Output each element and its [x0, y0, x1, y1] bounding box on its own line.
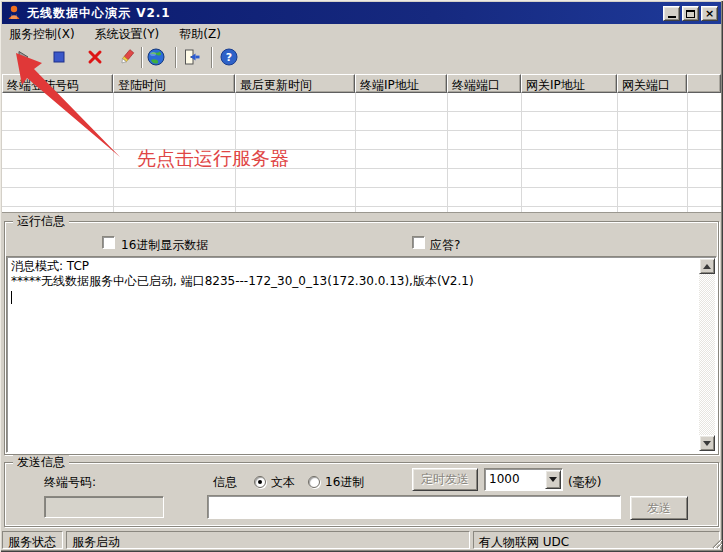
clear-button[interactable] [115, 45, 139, 69]
disconnect-button[interactable] [83, 45, 107, 69]
status-panel-service-started: 服务启动 [66, 531, 470, 549]
network-button[interactable] [144, 45, 168, 69]
send-button[interactable]: 发送 [630, 496, 688, 520]
terminal-number-label: 终端号码: [44, 474, 96, 491]
run-info-label: 运行信息 [13, 214, 69, 228]
menu-system-settings[interactable]: 系统设置(Y) [88, 25, 167, 44]
toolbar: ? [2, 43, 721, 73]
radio-hex-label: 16进制 [325, 474, 364, 491]
stop-server-button[interactable] [47, 45, 71, 69]
table-gridline [2, 111, 721, 112]
col-last-update-time[interactable]: 最后更新时间 [235, 74, 355, 93]
message-input[interactable] [207, 495, 621, 519]
table-header-row: 终端登陆号码 登陆时间 最后更新时间 终端IP地址 终端端口 网关IP地址 网关… [2, 74, 721, 93]
interval-unit-label: (毫秒) [568, 474, 601, 491]
globe-icon [147, 48, 165, 66]
col-terminal-port[interactable]: 终端端口 [447, 74, 521, 93]
col-filler [687, 74, 721, 93]
reply-checkbox[interactable] [412, 236, 425, 249]
exit-door-icon [183, 48, 201, 66]
arrow-up-icon [703, 264, 711, 269]
log-line: 消息模式: TCP [11, 259, 694, 274]
arrow-down-icon [703, 441, 711, 446]
send-info-label: 发送信息 [13, 455, 69, 469]
table-gridline [2, 168, 721, 169]
timed-send-button[interactable]: 定时发送 [412, 468, 478, 491]
toolbar-separator [211, 47, 213, 68]
combobox-dropdown-button[interactable] [545, 470, 561, 489]
resize-grip[interactable] [709, 536, 722, 549]
radio-text-label: 文本 [271, 474, 295, 491]
terminal-number-input[interactable] [44, 496, 164, 518]
toolbar-separator [175, 47, 177, 68]
maximize-button[interactable] [682, 6, 699, 21]
chevron-down-icon [549, 477, 557, 482]
play-icon [14, 48, 32, 66]
stop-icon [50, 48, 68, 66]
red-x-icon [86, 48, 104, 66]
col-terminal-ip[interactable]: 终端IP地址 [355, 74, 447, 93]
status-panel-service-state: 服务状态 [2, 531, 63, 549]
table-gridline [2, 187, 721, 188]
hex-display-label: 16进制显示数据 [121, 237, 208, 254]
log-scrollbar[interactable] [699, 258, 715, 451]
radio-text-format[interactable] [254, 476, 266, 488]
log-textarea[interactable]: 消息模式: TCP *****无线数据服务中心已启动, 端口8235---172… [6, 256, 717, 453]
window-title: 无线数据中心演示 V2.1 [27, 5, 171, 22]
table-body[interactable] [2, 93, 721, 213]
radio-selected-dot [258, 480, 262, 484]
reply-label: 应答? [430, 237, 460, 254]
help-button[interactable]: ? [217, 45, 241, 69]
menu-service-control[interactable]: 服务控制(X) [2, 25, 82, 44]
minimize-button[interactable] [663, 6, 680, 21]
exit-button[interactable] [180, 45, 204, 69]
menu-bar: 服务控制(X) 系统设置(Y) 帮助(Z) [2, 25, 721, 43]
pencil-eraser-icon [118, 48, 136, 66]
col-gateway-ip[interactable]: 网关IP地址 [521, 74, 617, 93]
run-server-button[interactable] [11, 45, 35, 69]
help-question-icon: ? [220, 48, 238, 66]
close-button[interactable]: × [701, 6, 718, 21]
minimize-icon [668, 16, 676, 18]
text-cursor [11, 291, 12, 304]
close-icon: × [705, 8, 714, 19]
radio-hex-format[interactable] [308, 476, 320, 488]
col-gateway-port[interactable]: 网关端口 [617, 74, 687, 93]
toolbar-separator [141, 47, 143, 68]
table-gridline [2, 130, 721, 131]
app-window: 无线数据中心演示 V2.1 × 服务控制(X) 系统设置(Y) 帮助(Z) [0, 0, 723, 552]
table-gridline [2, 206, 721, 207]
app-logo-icon [6, 5, 22, 21]
scroll-up-button[interactable] [699, 258, 715, 274]
status-bar: 服务状态 服务启动 有人物联网 UDC [0, 530, 723, 550]
col-login-time[interactable]: 登陆时间 [113, 74, 235, 93]
col-terminal-login-number[interactable]: 终端登陆号码 [2, 74, 113, 93]
interval-combobox[interactable]: 1000 [484, 468, 563, 491]
scroll-down-button[interactable] [699, 435, 715, 451]
svg-text:?: ? [226, 51, 232, 64]
log-line: *****无线数据服务中心已启动, 端口8235---172_30_0_13(1… [11, 274, 694, 289]
menu-help[interactable]: 帮助(Z) [172, 25, 228, 44]
table-gridline [2, 149, 721, 150]
title-bar: 无线数据中心演示 V2.1 × [2, 2, 721, 24]
annotation-text: 先点击运行服务器 [137, 146, 289, 172]
message-format-label: 信息 [213, 474, 237, 491]
maximize-icon [686, 10, 695, 18]
run-info-options: 16进制显示数据 应答? [0, 236, 723, 252]
hex-display-checkbox[interactable] [102, 236, 115, 249]
status-panel-brand: 有人物联网 UDC [473, 531, 720, 549]
